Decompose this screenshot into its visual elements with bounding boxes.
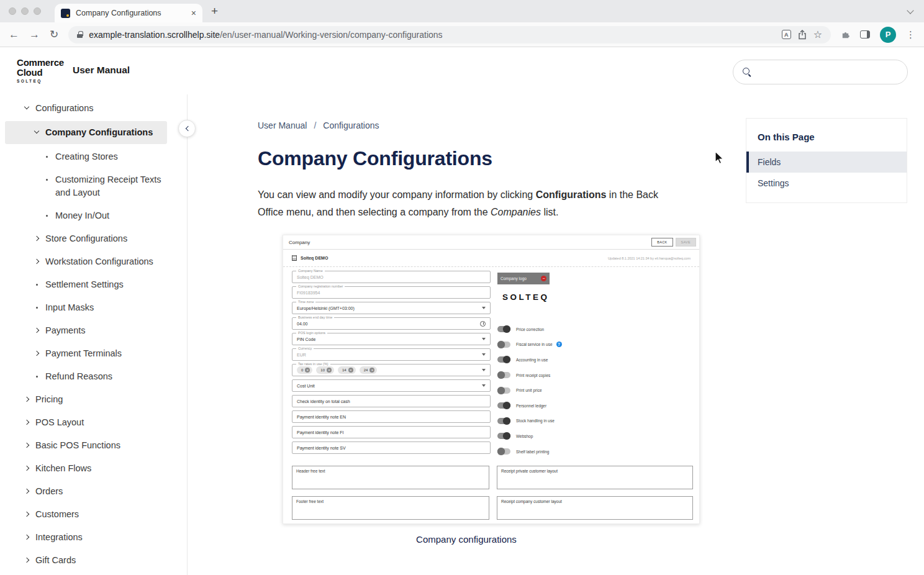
sidebar-item[interactable]: POS Layout xyxy=(0,411,187,434)
toggle-switch xyxy=(497,342,510,348)
chevron-right-icon[interactable] xyxy=(24,397,29,402)
sidebar-item[interactable]: Integrations xyxy=(0,526,187,549)
breadcrumb-configurations[interactable]: Configurations xyxy=(323,120,379,130)
share-icon[interactable] xyxy=(797,30,807,40)
commerce-cloud-logo[interactable]: Commerce Cloud SOLTEQ xyxy=(17,58,64,83)
sidebar-item[interactable]: Configurations xyxy=(0,97,187,120)
chevron-right-icon[interactable] xyxy=(24,420,29,425)
browser-tab[interactable]: Company Configurations × xyxy=(55,4,202,22)
breadcrumb-user-manual[interactable]: User Manual xyxy=(258,120,307,130)
screenshot-textareas: Header free textReceipt private customer… xyxy=(292,466,693,520)
toggle-label: Shelf label printing xyxy=(516,450,549,454)
sidebar-item[interactable]: Input Masks xyxy=(0,296,187,319)
sidebar-item[interactable]: Basic POS Functions xyxy=(0,434,187,457)
chevron-down-icon[interactable] xyxy=(24,104,29,109)
chip-value: 24 xyxy=(364,368,368,372)
toggle-label: Personnel ledger xyxy=(516,404,546,408)
sidebar-item[interactable]: Store Configurations xyxy=(0,227,187,250)
new-tab-button[interactable]: + xyxy=(211,4,218,18)
embedded-screenshot-image[interactable]: Company BACK SAVE Solteq DEMO Updated 8.… xyxy=(283,235,700,524)
sidebar-item[interactable]: Customers xyxy=(0,503,187,526)
body-text: You can view and modify your company inf… xyxy=(258,189,536,200)
figure-caption: Company configurations xyxy=(258,534,675,545)
sidebar-item[interactable]: Workstation Configurations xyxy=(0,250,187,273)
screenshot-form-field: POS login optionsPIN Code xyxy=(292,333,491,345)
sidebar-item[interactable]: Customizing Receipt Texts and Layout xyxy=(0,168,187,204)
toggle-label: Accounting in use xyxy=(516,358,548,362)
bookmark-star-icon[interactable]: ☆ xyxy=(813,29,822,40)
chevron-right-icon[interactable] xyxy=(34,328,39,333)
on-this-page-item[interactable]: Fields xyxy=(746,152,907,173)
side-panel-icon[interactable] xyxy=(860,30,870,38)
logo-line1: Commerce xyxy=(17,58,64,68)
screenshot-form-fields: Company NameSolteq DEMOCompany registrat… xyxy=(292,271,491,457)
forward-icon[interactable]: → xyxy=(29,29,40,40)
tab-search-chevron-icon[interactable] xyxy=(907,7,913,14)
window-controls xyxy=(9,7,41,15)
screenshot-textarea: Footer free text xyxy=(292,496,489,520)
page-title: Company Configurations xyxy=(258,147,676,170)
browser-tabstrip: Company Configurations × + xyxy=(0,0,924,22)
screenshot-toggle-row: Fiscal service in use? xyxy=(497,337,694,353)
browser-menu-icon[interactable]: ⋮ xyxy=(906,29,915,40)
translate-icon[interactable]: A xyxy=(782,30,791,39)
reload-icon[interactable]: ↻ xyxy=(50,29,58,40)
url-bar[interactable]: example-translation.scrollhelp.site/en/u… xyxy=(68,26,831,43)
sidebar-item[interactable]: Gift Cards xyxy=(0,549,187,572)
window-maximize-button[interactable] xyxy=(34,7,41,15)
chevron-right-icon[interactable] xyxy=(34,351,39,356)
toggle-label: Print receipt copies xyxy=(516,373,550,378)
dropdown-caret-icon xyxy=(482,338,486,340)
sidebar-item-label: Input Masks xyxy=(45,301,94,314)
sidebar-item[interactable]: Kitchen Flows xyxy=(0,457,187,480)
window-minimize-button[interactable] xyxy=(21,7,29,15)
toggle-label: Price correction xyxy=(516,327,544,332)
space-title[interactable]: User Manual xyxy=(73,65,130,76)
sidebar-item[interactable]: Settlement Settings xyxy=(0,273,187,296)
chevron-right-icon[interactable] xyxy=(34,236,39,241)
toggle-switch xyxy=(497,356,510,363)
field-value: EUR xyxy=(297,353,306,357)
sidebar-item[interactable]: Money In/Out xyxy=(0,204,187,227)
sidebar-item[interactable]: Creating Stores xyxy=(0,145,187,168)
chevron-right-icon[interactable] xyxy=(24,512,29,517)
sidebar-item-label: Orders xyxy=(35,485,63,498)
back-icon[interactable]: ← xyxy=(9,29,19,40)
sidebar-item-label: Integrations xyxy=(35,531,83,544)
sidebar-collapse-button[interactable] xyxy=(178,120,196,137)
sidebar-item[interactable]: Company Configurations xyxy=(5,121,167,144)
sidebar-item-label: Payment Terminals xyxy=(45,347,122,360)
chevron-right-icon[interactable] xyxy=(24,489,29,494)
lock-icon[interactable] xyxy=(77,31,83,38)
sidebar-item[interactable]: Pricing xyxy=(0,388,187,411)
sidebar-item[interactable]: Orders xyxy=(0,480,187,503)
screenshot-textarea: Header free text xyxy=(292,466,489,489)
window-close-button[interactable] xyxy=(9,7,16,15)
search-box[interactable] xyxy=(733,60,908,84)
sidebar-item[interactable]: Payments xyxy=(0,319,187,342)
sidebar-item[interactable]: Refund Reasons xyxy=(0,365,187,388)
chevron-left-icon xyxy=(185,126,190,131)
chevron-right-icon[interactable] xyxy=(24,535,29,540)
extensions-puzzle-icon[interactable] xyxy=(841,30,850,39)
chip-value: 0 xyxy=(301,368,303,372)
on-this-page-item[interactable]: Settings xyxy=(746,173,907,194)
screenshot-form-field: Payment identity note SV xyxy=(292,441,491,454)
sidebar-item[interactable]: Payment Terminals xyxy=(0,342,187,365)
sidebar-item-label: Customizing Receipt Texts and Layout xyxy=(55,173,170,199)
sidebar-item-label: Basic POS Functions xyxy=(35,439,120,452)
chevron-right-icon[interactable] xyxy=(24,558,29,563)
delete-logo-icon: − xyxy=(541,276,546,281)
tab-close-icon[interactable]: × xyxy=(191,8,196,18)
tax-rate-chip: 10× xyxy=(316,366,334,374)
field-value: PIN Code xyxy=(297,337,315,342)
chevron-right-icon[interactable] xyxy=(24,466,29,471)
chevron-right-icon[interactable] xyxy=(24,443,29,448)
chevron-down-icon[interactable] xyxy=(34,129,39,134)
screenshot-form-field: Check identity on total cash xyxy=(292,395,491,407)
search-input[interactable] xyxy=(758,66,898,78)
chevron-right-icon[interactable] xyxy=(34,259,39,264)
toggle-label: Stock handling in use xyxy=(516,419,555,423)
sidebar-item-label: Refund Reasons xyxy=(45,370,112,383)
profile-avatar[interactable]: P xyxy=(880,27,896,43)
